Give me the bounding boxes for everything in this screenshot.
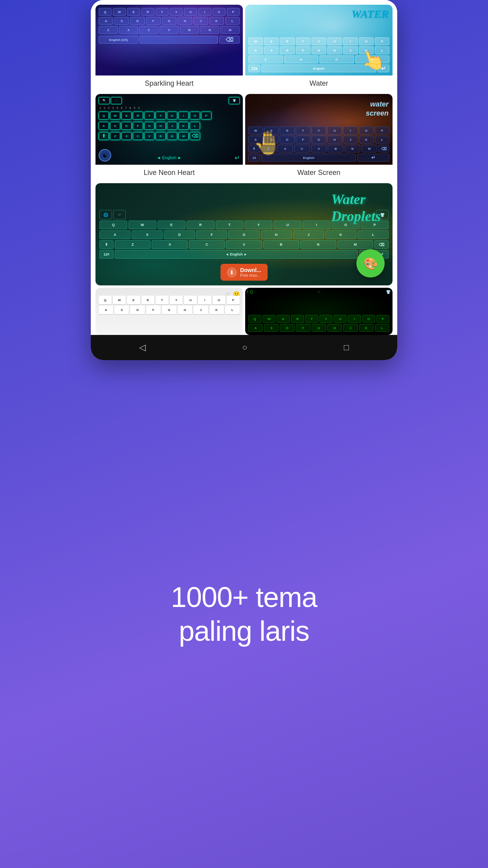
- kb-white-bg: ☞ 🙂 Q W E R T Y U I O: [95, 288, 243, 335]
- key: T: [156, 296, 169, 304]
- key: J: [343, 46, 358, 54]
- key: Z: [248, 55, 283, 63]
- key: W: [113, 296, 126, 304]
- key: J: [343, 324, 358, 332]
- key: H: [327, 136, 342, 143]
- key: A: [248, 46, 263, 54]
- key: A: [99, 230, 130, 239]
- key: F: [146, 17, 161, 25]
- key: U: [327, 37, 342, 45]
- key: W: [113, 8, 126, 16]
- key: 12: [248, 154, 260, 162]
- theme-item-sparkling-heart[interactable]: Q W E R T Y U I O P A: [95, 5, 243, 92]
- theme-item-matrix[interactable]: I Q ☞ 👕 Q W E R T: [245, 288, 393, 335]
- recents-icon: □: [344, 342, 349, 352]
- key: W: [128, 221, 156, 229]
- key: E: [264, 127, 279, 134]
- phone-card: Q W E R T Y U I O P A: [91, 0, 397, 360]
- key: B: [328, 145, 343, 153]
- spacebar: [139, 36, 218, 44]
- key: K: [359, 324, 374, 332]
- key: N: [167, 132, 177, 140]
- key: D: [130, 305, 145, 314]
- key: N: [300, 240, 336, 249]
- key: Z: [115, 240, 150, 249]
- key: E: [264, 37, 279, 45]
- key: M: [220, 26, 240, 34]
- theme-item-water-droplets[interactable]: WaterDroplets 🌐 ☞ 👕 Q W E R: [95, 183, 393, 285]
- key: K: [209, 305, 224, 314]
- key: N: [345, 145, 360, 153]
- key: K: [209, 17, 224, 25]
- wide-theme-container: WaterDroplets 🌐 ☞ 👕 Q W E R: [91, 181, 397, 285]
- key: A: [99, 305, 113, 314]
- key: T: [296, 37, 310, 45]
- key: E: [127, 8, 140, 16]
- water-title: WATER: [352, 8, 389, 20]
- theme-item-live-neon-heart[interactable]: 🔍 ☞ 👕 1 2 3 4 5 6 7: [95, 94, 243, 181]
- key: H: [178, 305, 192, 314]
- recents-button[interactable]: □: [334, 339, 358, 356]
- sparkling-keys: Q W E R T Y U I O P A: [95, 5, 243, 75]
- key: Q: [99, 112, 109, 120]
- theme-item-water-screen[interactable]: waterscreen 🤚 W E R T Y U I O P: [245, 94, 393, 181]
- key: U: [167, 112, 177, 120]
- key: V: [144, 132, 154, 140]
- key: G: [162, 17, 176, 25]
- key: L: [375, 136, 389, 143]
- shift-key: ⬆: [99, 132, 109, 140]
- key: S: [264, 136, 279, 143]
- theme-item-water[interactable]: WATER 👆 W E R T Y U I O P: [245, 5, 393, 92]
- neon-enter-key: ↵: [235, 154, 240, 162]
- key: M: [178, 132, 189, 140]
- key: R: [291, 315, 304, 323]
- key: R: [280, 127, 294, 134]
- matrix-top-bar: I Q ☞ 👕: [247, 290, 391, 294]
- back-button[interactable]: ◁: [130, 339, 155, 356]
- kb-waterscreen-bg: waterscreen 🤚 W E R T Y U I O P: [245, 94, 393, 165]
- download-button[interactable]: ⬇ Downl... Free reso...: [220, 264, 268, 281]
- key: I: [198, 8, 211, 16]
- theme-item-white[interactable]: ☞ 🙂 Q W E R T Y U I O: [95, 288, 243, 335]
- key: H: [327, 46, 342, 54]
- key: Y: [319, 315, 332, 323]
- key: P: [376, 315, 389, 323]
- fab-button[interactable]: 🎨: [356, 249, 385, 278]
- key: E: [121, 112, 132, 120]
- key: Y: [170, 8, 183, 16]
- kb-sparkling-bg: Q W E R T Y U I O P A: [95, 5, 243, 75]
- backspace-key: ⌫: [190, 132, 200, 140]
- key: D: [280, 136, 294, 143]
- navbar: ◁ ○ □: [91, 335, 397, 360]
- key: Q: [99, 8, 112, 16]
- key: 12#: [99, 250, 114, 259]
- key: T: [216, 221, 244, 229]
- key: V: [160, 26, 179, 34]
- key: J: [167, 122, 177, 130]
- key: U: [273, 221, 301, 229]
- spacebar: English: [261, 154, 356, 162]
- key: M: [338, 240, 373, 249]
- key: O: [213, 296, 226, 304]
- key: B: [180, 26, 199, 34]
- key: S: [110, 122, 120, 130]
- water-keys: W E R T Y U I O P A S: [245, 34, 393, 75]
- key: P: [361, 221, 389, 229]
- key: 12a: [248, 64, 260, 72]
- key: K: [178, 122, 189, 130]
- key: R: [187, 221, 215, 229]
- key: R: [141, 8, 154, 16]
- theme-thumb-white: ☞ 🙂 Q W E R T Y U I O: [95, 288, 243, 335]
- key: O: [190, 112, 200, 120]
- wide-keys-container: 🌐 ☞ 👕 Q W E R T Y U: [95, 206, 393, 262]
- download-icon: ⬇: [227, 267, 237, 278]
- key: D: [164, 230, 195, 239]
- key: F: [296, 324, 310, 332]
- bottom-line2: paling laris: [179, 615, 309, 647]
- key: I: [303, 221, 330, 229]
- key: T: [296, 127, 310, 134]
- key: ↵: [378, 64, 389, 72]
- themes-grid: Q W E R T Y U I O P A: [91, 0, 397, 181]
- palette-icon: 🎨: [363, 257, 378, 270]
- home-button[interactable]: ○: [233, 339, 257, 356]
